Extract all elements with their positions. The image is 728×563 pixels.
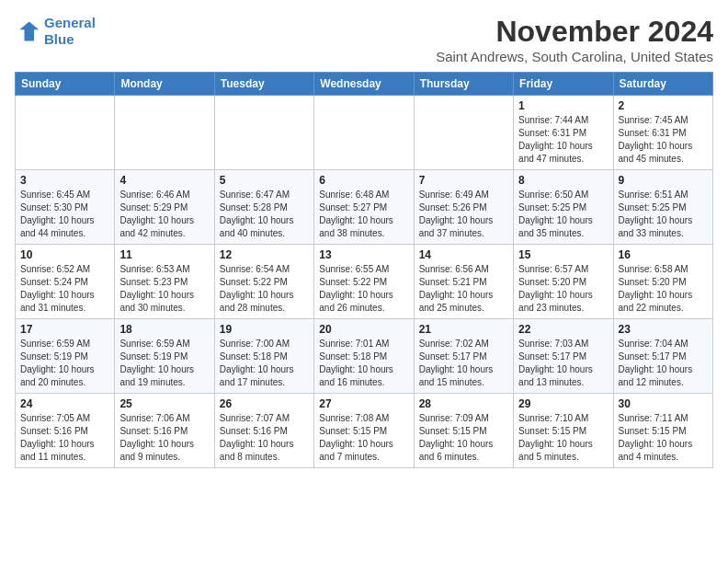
day-number: 21 [419,323,508,336]
calendar-cell: 10Sunrise: 6:52 AM Sunset: 5:24 PM Dayli… [16,245,115,319]
day-number: 26 [220,397,309,410]
calendar-cell: 17Sunrise: 6:59 AM Sunset: 5:19 PM Dayli… [16,319,115,394]
logo-text: General Blue [44,15,96,48]
week-row-3: 10Sunrise: 6:52 AM Sunset: 5:24 PM Dayli… [16,245,713,319]
day-number: 12 [220,248,309,261]
calendar-cell: 8Sunrise: 6:50 AM Sunset: 5:25 PM Daylig… [514,170,613,245]
calendar-cell: 6Sunrise: 6:48 AM Sunset: 5:27 PM Daylig… [314,170,414,245]
day-number: 24 [20,397,109,410]
weekday-header-saturday: Saturday [613,73,712,96]
day-number: 14 [419,248,508,261]
day-number: 10 [20,248,109,261]
day-number: 16 [619,248,708,261]
day-info: Sunrise: 7:06 AM Sunset: 5:16 PM Dayligh… [119,412,209,464]
day-info: Sunrise: 6:49 AM Sunset: 5:26 PM Dayligh… [419,189,508,240]
day-number: 3 [20,174,109,187]
day-info: Sunrise: 7:11 AM Sunset: 5:15 PM Dayligh… [619,412,708,464]
day-number: 5 [220,174,309,187]
day-info: Sunrise: 6:59 AM Sunset: 5:19 PM Dayligh… [119,338,209,389]
day-info: Sunrise: 6:46 AM Sunset: 5:29 PM Dayligh… [119,189,209,240]
weekday-header-monday: Monday [115,73,214,96]
calendar-cell: 15Sunrise: 6:57 AM Sunset: 5:20 PM Dayli… [514,245,613,319]
weekday-header-thursday: Thursday [414,73,513,96]
calendar-cell [214,96,313,170]
calendar-cell: 30Sunrise: 7:11 AM Sunset: 5:15 PM Dayli… [613,394,712,468]
logo-blue: Blue [44,31,74,47]
day-number: 18 [119,323,209,336]
day-number: 1 [518,99,608,112]
day-number: 28 [419,397,508,410]
day-info: Sunrise: 7:01 AM Sunset: 5:18 PM Dayligh… [319,338,408,389]
day-number: 29 [518,397,608,410]
day-number: 15 [518,248,608,261]
calendar-cell: 25Sunrise: 7:06 AM Sunset: 5:16 PM Dayli… [115,394,214,468]
calendar-cell: 29Sunrise: 7:10 AM Sunset: 5:15 PM Dayli… [514,394,613,468]
day-info: Sunrise: 7:45 AM Sunset: 6:31 PM Dayligh… [619,114,708,166]
calendar-cell: 5Sunrise: 6:47 AM Sunset: 5:28 PM Daylig… [214,170,313,245]
day-number: 27 [319,397,408,410]
day-number: 7 [419,174,508,187]
calendar-cell [115,96,214,170]
calendar-cell [16,96,115,170]
day-number: 8 [518,174,608,187]
calendar-cell: 22Sunrise: 7:03 AM Sunset: 5:17 PM Dayli… [514,319,613,394]
day-info: Sunrise: 7:07 AM Sunset: 5:16 PM Dayligh… [220,412,309,464]
page-header: General Blue November 2024 Saint Andrews… [15,15,713,64]
day-number: 4 [119,174,209,187]
calendar-cell: 24Sunrise: 7:05 AM Sunset: 5:16 PM Dayli… [16,394,115,468]
day-info: Sunrise: 7:08 AM Sunset: 5:15 PM Dayligh… [319,412,408,464]
calendar-cell: 14Sunrise: 6:56 AM Sunset: 5:21 PM Dayli… [414,245,513,319]
week-row-2: 3Sunrise: 6:45 AM Sunset: 5:30 PM Daylig… [16,170,713,245]
week-row-5: 24Sunrise: 7:05 AM Sunset: 5:16 PM Dayli… [16,394,713,468]
day-info: Sunrise: 6:53 AM Sunset: 5:23 PM Dayligh… [119,263,209,315]
logo: General Blue [15,15,96,48]
weekday-header-wednesday: Wednesday [314,73,414,96]
calendar-cell: 27Sunrise: 7:08 AM Sunset: 5:15 PM Dayli… [314,394,414,468]
calendar-cell: 18Sunrise: 6:59 AM Sunset: 5:19 PM Dayli… [115,319,214,394]
logo-general: General [44,15,96,30]
calendar-table: SundayMondayTuesdayWednesdayThursdayFrid… [15,72,713,468]
day-number: 25 [119,397,209,410]
weekday-header-friday: Friday [514,73,613,96]
calendar-cell [314,96,414,170]
logo-icon [15,18,40,44]
month-title: November 2024 [436,15,713,49]
day-info: Sunrise: 6:52 AM Sunset: 5:24 PM Dayligh… [20,263,109,315]
day-info: Sunrise: 6:55 AM Sunset: 5:22 PM Dayligh… [319,263,408,315]
day-info: Sunrise: 7:02 AM Sunset: 5:17 PM Dayligh… [419,338,508,389]
calendar-cell: 28Sunrise: 7:09 AM Sunset: 5:15 PM Dayli… [414,394,513,468]
day-info: Sunrise: 6:54 AM Sunset: 5:22 PM Dayligh… [220,263,309,315]
day-info: Sunrise: 6:58 AM Sunset: 5:20 PM Dayligh… [619,263,708,315]
calendar-cell: 16Sunrise: 6:58 AM Sunset: 5:20 PM Dayli… [613,245,712,319]
day-info: Sunrise: 7:03 AM Sunset: 5:17 PM Dayligh… [518,338,608,389]
day-number: 2 [619,99,708,112]
calendar-cell: 4Sunrise: 6:46 AM Sunset: 5:29 PM Daylig… [115,170,214,245]
day-number: 19 [220,323,309,336]
day-info: Sunrise: 6:45 AM Sunset: 5:30 PM Dayligh… [20,189,109,240]
day-info: Sunrise: 7:10 AM Sunset: 5:15 PM Dayligh… [518,412,608,464]
calendar-cell: 20Sunrise: 7:01 AM Sunset: 5:18 PM Dayli… [314,319,414,394]
week-row-4: 17Sunrise: 6:59 AM Sunset: 5:19 PM Dayli… [16,319,713,394]
day-info: Sunrise: 7:09 AM Sunset: 5:15 PM Dayligh… [419,412,508,464]
weekday-header-tuesday: Tuesday [214,73,313,96]
title-area: November 2024 Saint Andrews, South Carol… [436,15,713,64]
day-info: Sunrise: 7:05 AM Sunset: 5:16 PM Dayligh… [20,412,109,464]
day-info: Sunrise: 7:44 AM Sunset: 6:31 PM Dayligh… [518,114,608,166]
calendar-cell: 9Sunrise: 6:51 AM Sunset: 5:25 PM Daylig… [613,170,712,245]
day-info: Sunrise: 6:59 AM Sunset: 5:19 PM Dayligh… [20,338,109,389]
day-number: 13 [319,248,408,261]
day-info: Sunrise: 6:47 AM Sunset: 5:28 PM Dayligh… [220,189,309,240]
calendar-cell: 21Sunrise: 7:02 AM Sunset: 5:17 PM Dayli… [414,319,513,394]
day-number: 17 [20,323,109,336]
calendar-cell: 11Sunrise: 6:53 AM Sunset: 5:23 PM Dayli… [115,245,214,319]
day-info: Sunrise: 6:50 AM Sunset: 5:25 PM Dayligh… [518,189,608,240]
day-number: 9 [619,174,708,187]
calendar-cell: 26Sunrise: 7:07 AM Sunset: 5:16 PM Dayli… [214,394,313,468]
day-number: 20 [319,323,408,336]
calendar-cell: 23Sunrise: 7:04 AM Sunset: 5:17 PM Dayli… [613,319,712,394]
location-subtitle: Saint Andrews, South Carolina, United St… [436,49,713,64]
calendar-cell: 19Sunrise: 7:00 AM Sunset: 5:18 PM Dayli… [214,319,313,394]
weekday-header-sunday: Sunday [16,73,115,96]
calendar-cell: 12Sunrise: 6:54 AM Sunset: 5:22 PM Dayli… [214,245,313,319]
day-info: Sunrise: 6:48 AM Sunset: 5:27 PM Dayligh… [319,189,408,240]
